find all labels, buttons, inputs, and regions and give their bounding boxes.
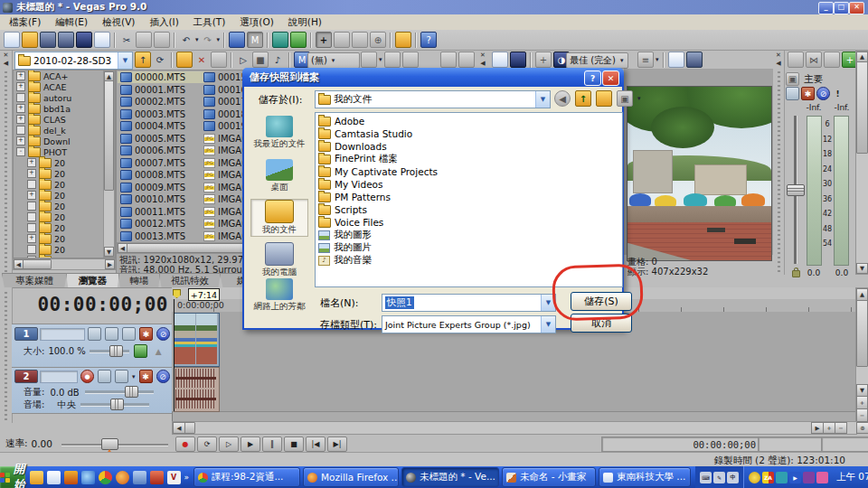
- tray-update-icon[interactable]: [803, 472, 815, 483]
- tree-item[interactable]: 20: [14, 211, 115, 222]
- overlays-dropdown-icon[interactable]: ▾: [656, 56, 659, 63]
- folder-item[interactable]: FinePrint 檔案: [318, 153, 622, 165]
- views-dropdown-icon[interactable]: ▾: [379, 56, 382, 63]
- address-dropdown[interactable]: 2010-02-28-SD3 ▼: [14, 52, 133, 70]
- tab-project-media[interactable]: 專案媒體: [2, 273, 67, 288]
- dialog-file-list[interactable]: Adobe Camtasia Studio Downloads FinePrin…: [315, 112, 623, 287]
- go-to-end-button[interactable]: ▶|: [327, 436, 347, 452]
- save-snapshot-icon[interactable]: [686, 52, 703, 68]
- track-motion-icon[interactable]: [88, 327, 101, 341]
- tree-item[interactable]: + 20: [14, 233, 115, 244]
- vegas-quicklaunch-icon[interactable]: V: [167, 471, 181, 484]
- language-bar[interactable]: ⌨ ✎ 中: [695, 466, 743, 488]
- audio-event[interactable]: [174, 367, 220, 412]
- tree-item[interactable]: + 20: [14, 168, 115, 179]
- favorites-folder-icon[interactable]: [211, 52, 227, 68]
- zoom-out-vertical-button[interactable]: −: [856, 408, 868, 422]
- go-to-start-button[interactable]: |◀: [306, 436, 326, 452]
- scroll-down-button[interactable]: ▼: [104, 247, 114, 257]
- tree-expander[interactable]: +: [27, 234, 36, 243]
- menu-item[interactable]: 工具(T): [186, 14, 233, 31]
- address-dropdown-button[interactable]: ▼: [118, 52, 132, 69]
- zoom-edit-tool-icon[interactable]: ⊕: [370, 32, 386, 48]
- edit-cursor[interactable]: [174, 299, 175, 411]
- external-monitor-icon[interactable]: [510, 52, 526, 68]
- task-button-ie[interactable]: 東南科技大學 ...: [599, 467, 691, 487]
- scroll-right-button[interactable]: ▶: [811, 422, 824, 434]
- scroll-thumb[interactable]: [23, 259, 52, 269]
- scroll-thumb[interactable]: [856, 300, 868, 367]
- file-item[interactable]: 00004.MTS: [118, 120, 201, 133]
- folder-item[interactable]: Camtasia Studio: [318, 127, 622, 140]
- redo-icon[interactable]: ↷: [201, 33, 215, 47]
- timeline-time-display[interactable]: 00:00:00;00: [14, 294, 168, 315]
- arm-record-icon[interactable]: ●: [80, 370, 94, 383]
- master-fader-handle[interactable]: [787, 184, 805, 196]
- menu-item[interactable]: 說明(H): [281, 14, 329, 31]
- tree-expander[interactable]: +: [16, 104, 25, 113]
- redo-dropdown-icon[interactable]: ▾: [217, 36, 221, 43]
- lock-envelopes-icon[interactable]: [272, 32, 288, 48]
- tray-volume-icon[interactable]: [816, 472, 828, 483]
- fx-preset-dropdown[interactable]: (無) ▾: [307, 52, 360, 69]
- scroll-down-button[interactable]: ▼: [856, 263, 868, 274]
- loop-playback-button[interactable]: ⟳: [197, 436, 217, 452]
- preview-pane-grip[interactable]: ✕ ◀: [477, 51, 488, 69]
- track-fx-icon[interactable]: ✱: [139, 370, 153, 383]
- tree-expander[interactable]: +: [27, 191, 36, 200]
- track-fx-icon[interactable]: ✱: [139, 327, 153, 341]
- selection-start-box[interactable]: [758, 436, 824, 452]
- document-quicklaunch-icon[interactable]: [47, 471, 61, 484]
- task-button-paint[interactable]: 未命名 - 小畫家: [502, 467, 596, 487]
- normal-edit-tool-icon[interactable]: +: [316, 32, 332, 48]
- paste-icon[interactable]: [154, 32, 170, 48]
- tree-item[interactable]: 20: [14, 222, 115, 233]
- file-item[interactable]: 00008.MTS: [118, 169, 201, 182]
- zoom-in-button[interactable]: +: [823, 422, 835, 434]
- bus-icon[interactable]: ▣: [786, 72, 799, 86]
- tray-media-icon[interactable]: ▶: [789, 472, 801, 483]
- project-video-properties-icon[interactable]: [492, 52, 508, 68]
- file-item[interactable]: 00001.MTS: [118, 84, 201, 97]
- place-network[interactable]: 網路上的芳鄰: [251, 278, 307, 313]
- explorer-pane-grip[interactable]: ✕ ◀: [0, 51, 13, 275]
- menu-item[interactable]: 插入(I): [142, 14, 185, 31]
- mixer-properties-icon[interactable]: [788, 52, 804, 68]
- tree-expander[interactable]: [16, 93, 25, 102]
- save-in-dropdown[interactable]: 我的文件 ▼: [315, 90, 551, 108]
- folder-item[interactable]: PM Patterns: [318, 191, 622, 203]
- cursor-position-box[interactable]: 00:00:00;00: [601, 436, 760, 452]
- tree-item[interactable]: + 20: [14, 190, 115, 201]
- tree-item[interactable]: - PHOT: [14, 146, 115, 157]
- track-1-name-field[interactable]: [40, 328, 85, 341]
- media-player-icon[interactable]: [64, 471, 78, 484]
- refresh-icon[interactable]: ⟳: [153, 52, 167, 67]
- tree-expander[interactable]: +: [16, 136, 25, 145]
- menu-item[interactable]: 檔案(F): [2, 14, 48, 31]
- undo-icon[interactable]: ↶: [179, 33, 193, 47]
- play-from-start-button[interactable]: ▷: [219, 436, 239, 452]
- folder-item[interactable]: Voice Files: [318, 216, 622, 229]
- mute-icon[interactable]: ⊘: [156, 370, 170, 383]
- firefox-icon[interactable]: [116, 471, 129, 484]
- envelope-edit-tool-icon[interactable]: [334, 32, 350, 48]
- timeline-vertical-scrollbar[interactable]: ▲ ▼ + −: [855, 287, 868, 423]
- mixer-pane-grip[interactable]: ✕ ◀: [773, 51, 785, 275]
- collapse-pane-icon[interactable]: ◀: [480, 61, 485, 67]
- track-1-number[interactable]: 1: [14, 327, 38, 341]
- slider-knob[interactable]: [125, 386, 138, 398]
- folder-item[interactable]: 我的圖形: [318, 229, 622, 241]
- file-item[interactable]: 00013.MTS: [118, 230, 201, 243]
- tree-expander[interactable]: +: [27, 169, 36, 178]
- close-button[interactable]: ✕: [849, 2, 864, 14]
- interactive-tutorials-icon[interactable]: [395, 32, 411, 48]
- fader-lock-icon[interactable]: [792, 270, 800, 277]
- open-project-icon[interactable]: [22, 32, 38, 48]
- tree-item[interactable]: 20: [14, 201, 115, 211]
- tree-expander[interactable]: +: [27, 158, 36, 167]
- close-pane-icon[interactable]: ✕: [480, 52, 486, 59]
- folder-item[interactable]: My Captivate Projects: [318, 165, 622, 178]
- insert-fx-icon[interactable]: [786, 87, 799, 100]
- scroll-down-button[interactable]: ▼: [856, 384, 868, 397]
- mute-icon[interactable]: ⊘: [816, 87, 830, 100]
